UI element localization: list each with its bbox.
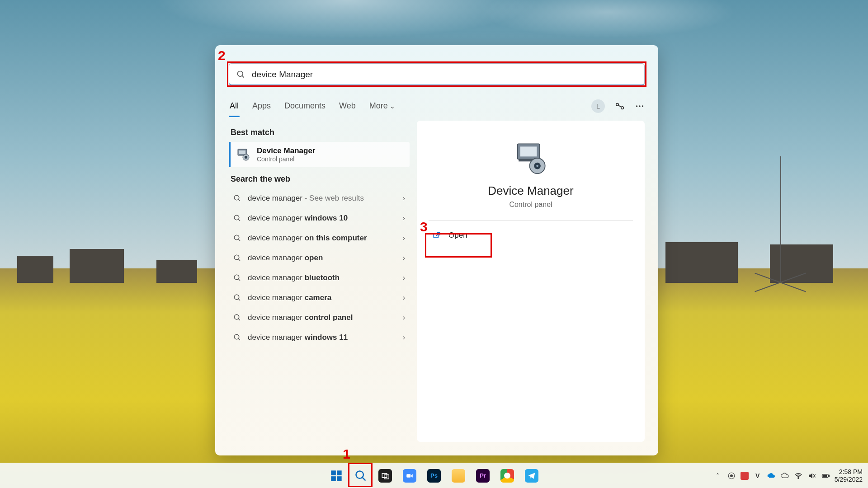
user-avatar[interactable]: L <box>591 99 605 113</box>
search-icon <box>233 333 241 342</box>
web-suggestion[interactable]: device manager control panel› <box>229 308 410 328</box>
search-tabs: All Apps Documents Web More⌄ L <box>215 94 658 116</box>
chevron-right-icon: › <box>403 274 405 282</box>
tab-documents[interactable]: Documents <box>283 99 326 113</box>
svg-rect-34 <box>331 470 336 475</box>
svg-point-0 <box>238 71 243 77</box>
taskbar-center: Ps Pr <box>326 465 542 486</box>
search-icon <box>233 214 241 222</box>
web-suggestion[interactable]: device manager open› <box>229 248 410 268</box>
search-bar[interactable] <box>229 63 645 86</box>
best-match-heading: Best match <box>231 128 408 137</box>
task-view-button[interactable] <box>375 465 396 486</box>
search-icon <box>233 314 241 322</box>
svg-point-6 <box>642 105 643 107</box>
photoshop-icon: Ps <box>427 469 441 483</box>
web-suggestion-text: device manager - See web results <box>248 194 396 203</box>
svg-point-38 <box>356 471 363 478</box>
tray-cloud-icon[interactable] <box>780 471 789 480</box>
search-icon <box>233 294 241 302</box>
web-suggestion[interactable]: device manager bluetooth› <box>229 268 410 288</box>
best-match-subtitle: Control panel <box>257 155 315 163</box>
tray-onedrive-icon[interactable] <box>767 471 776 480</box>
tray-wifi-icon[interactable] <box>794 471 803 480</box>
more-options-icon[interactable] <box>635 101 645 111</box>
svg-rect-8 <box>239 150 245 154</box>
result-detail-panel: Device Manager Control panel Open <box>417 121 645 442</box>
svg-line-12 <box>238 199 240 201</box>
open-external-icon <box>432 231 441 240</box>
taskbar-app-explorer[interactable] <box>448 465 469 486</box>
svg-point-44 <box>730 474 733 477</box>
search-icon <box>233 234 241 242</box>
tray-red-icon[interactable] <box>741 472 749 480</box>
svg-line-18 <box>238 259 240 261</box>
premiere-icon: Pr <box>476 469 490 483</box>
best-match-result[interactable]: Device Manager Control panel <box>229 142 410 167</box>
svg-rect-36 <box>331 476 336 481</box>
search-icon <box>236 70 245 79</box>
svg-rect-50 <box>823 475 826 476</box>
search-icon <box>354 469 367 482</box>
device-manager-large-icon <box>513 141 548 176</box>
web-suggestion[interactable]: device manager windows 11› <box>229 328 410 347</box>
tray-expand-icon[interactable]: ˄ <box>713 471 722 480</box>
tab-web[interactable]: Web <box>338 99 357 113</box>
svg-line-22 <box>238 299 240 300</box>
web-suggestion-text: device manager camera <box>248 293 396 302</box>
svg-rect-49 <box>828 475 829 476</box>
svg-point-19 <box>234 275 239 280</box>
tab-more[interactable]: More⌄ <box>368 99 396 113</box>
chrome-icon <box>500 469 514 483</box>
search-icon <box>233 194 241 202</box>
chevron-right-icon: › <box>403 234 405 242</box>
telegram-icon <box>525 469 538 483</box>
chevron-down-icon: ⌄ <box>390 103 395 110</box>
search-input[interactable] <box>252 70 637 80</box>
taskbar-clock[interactable]: 2:58 PM 5/29/2022 <box>835 468 863 483</box>
taskbar-right: ˄ V 2:58 PM 5/29/2022 <box>713 468 868 483</box>
web-suggestion-text: device manager windows 11 <box>248 333 396 342</box>
chevron-right-icon: › <box>403 333 405 342</box>
web-suggestion[interactable]: device manager camera› <box>229 288 410 308</box>
web-suggestion[interactable]: device manager windows 10› <box>229 208 410 228</box>
connect-icon[interactable] <box>615 101 625 111</box>
best-match-title: Device Manager <box>257 146 315 155</box>
taskbar-app-zoom[interactable] <box>399 465 420 486</box>
svg-line-39 <box>363 477 366 480</box>
open-action[interactable]: Open <box>429 225 633 245</box>
search-button[interactable] <box>350 465 371 486</box>
taskbar-app-telegram[interactable] <box>521 465 542 486</box>
svg-rect-37 <box>337 476 342 481</box>
svg-point-10 <box>245 156 247 159</box>
svg-line-24 <box>238 319 240 320</box>
tray-battery-icon[interactable] <box>821 471 830 480</box>
windows-logo-icon <box>330 469 343 482</box>
results-left-column: Best match Device Manager Control panel … <box>229 121 410 442</box>
taskbar-app-photoshop[interactable]: Ps <box>424 465 444 486</box>
start-button[interactable] <box>326 465 347 486</box>
tab-apps[interactable]: Apps <box>251 99 272 113</box>
taskbar-app-chrome[interactable] <box>497 465 518 486</box>
tray-v-icon[interactable]: V <box>753 471 762 480</box>
open-label: Open <box>448 231 467 240</box>
detail-subtitle: Control panel <box>509 201 552 209</box>
web-suggestion-text: device manager control panel <box>248 313 396 322</box>
chevron-right-icon: › <box>403 314 405 322</box>
web-suggestion[interactable]: device manager - See web results› <box>229 188 410 208</box>
web-suggestion[interactable]: device manager on this computer› <box>229 228 410 248</box>
taskbar-app-premiere[interactable]: Pr <box>472 465 493 486</box>
svg-rect-28 <box>520 146 537 156</box>
divider <box>429 221 633 221</box>
system-tray[interactable]: ˄ V <box>713 471 830 480</box>
search-icon <box>233 274 241 282</box>
svg-point-4 <box>636 105 637 107</box>
web-suggestion-text: device manager on this computer <box>248 234 396 243</box>
svg-point-15 <box>234 235 239 240</box>
svg-point-32 <box>536 165 538 167</box>
device-manager-icon <box>236 147 250 162</box>
tray-volume-icon[interactable] <box>807 471 816 480</box>
tab-all[interactable]: All <box>229 99 240 113</box>
web-suggestion-text: device manager windows 10 <box>248 214 396 223</box>
tray-cc-icon[interactable] <box>727 471 736 480</box>
